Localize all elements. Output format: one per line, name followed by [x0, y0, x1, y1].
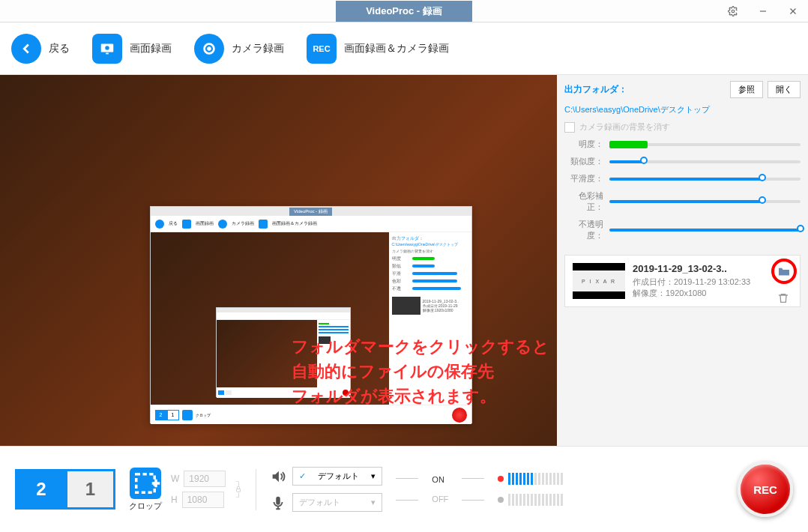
monitor-1[interactable]: 1	[65, 471, 113, 507]
width-input[interactable]	[184, 471, 226, 487]
rec-badge-text: REC	[313, 44, 330, 53]
annotation-line-2: 自動的にファイルの保存先	[292, 359, 549, 384]
nested-both-icon	[259, 220, 268, 229]
speaker-icon	[270, 468, 286, 485]
height-label: H	[171, 495, 178, 505]
nested-camera-icon	[218, 220, 227, 229]
both-record-label: 画面録画＆カメラ録画	[344, 42, 449, 55]
file-resolution: 解像度：1920x1080	[633, 288, 792, 299]
titlebar-controls	[718, 0, 808, 22]
mic-row: デフォルト▾	[270, 493, 382, 512]
sidebar: 出力フォルダ： 参照 開く C:\Users\easyg\OneDrive\デス…	[557, 75, 808, 446]
nested-camera-label: カメラ録画	[232, 220, 254, 227]
connector-line	[462, 500, 484, 501]
folder-icon	[777, 266, 791, 276]
nested-title: VideoProc - 録画	[289, 208, 332, 216]
file-card[interactable]: P I X A R 2019-11-29_13-02-3.. 作成日付：2019…	[564, 255, 801, 307]
speaker-select[interactable]: デフォルト▾	[292, 467, 382, 486]
aspect-lock[interactable]: ┐ ┘	[235, 477, 242, 501]
brightness-label: 明度：	[564, 139, 603, 150]
nested-crop-icon	[182, 410, 193, 420]
speaker-value: デフォルト	[318, 471, 359, 482]
settings-button[interactable]	[718, 0, 748, 22]
crop-icon	[130, 468, 161, 499]
screen-record-button[interactable]: 画面録画	[92, 34, 172, 64]
back-button[interactable]: 戻る	[11, 34, 70, 64]
nested-screen-icon	[182, 220, 191, 229]
file-name: 2019-11-29_13-02-3..	[633, 263, 792, 274]
camera-record-label: カメラ録画	[232, 42, 284, 55]
nested-both-label: 画面録画＆カメラ録画	[272, 220, 317, 227]
nested-back-icon	[155, 220, 164, 229]
annotation-overlay: フォルダマークをクリックすると 自動的にファイルの保存先 フォルダが表示されます…	[292, 334, 549, 408]
nested-monitor-1: 1	[167, 410, 179, 420]
browse-button[interactable]: 参照	[730, 81, 763, 98]
open-folder-button[interactable]	[771, 259, 797, 284]
open-button[interactable]: 開く	[768, 81, 801, 98]
mic-level	[498, 494, 563, 506]
both-record-button[interactable]: REC 画面録画＆カメラ録画	[307, 34, 449, 64]
output-folder-buttons: 参照 開く	[730, 81, 801, 98]
brightness-slider[interactable]: 明度：	[564, 139, 801, 150]
gear-icon	[728, 6, 738, 16]
svg-rect-13	[277, 496, 281, 504]
connector-line	[462, 478, 484, 479]
crop-group: クロップ W H ┐ ┘	[129, 468, 242, 512]
color-correction-slider[interactable]: 色彩補正：	[564, 190, 801, 213]
output-path: C:\Users\easyg\OneDrive\デスクトップ	[564, 104, 801, 115]
smoothness-slider[interactable]: 平滑度：	[564, 173, 801, 184]
width-label: W	[171, 474, 179, 484]
monitor-selector[interactable]: 2 1	[15, 469, 115, 510]
mic-select[interactable]: デフォルト▾	[292, 493, 382, 512]
mic-value: デフォルト	[299, 497, 340, 508]
nested-screen-label: 画面録画	[196, 220, 214, 227]
titlebar: VideoProc - 録画	[0, 0, 808, 22]
output-folder-row: 出力フォルダ： 参照 開く	[564, 81, 801, 98]
similarity-slider[interactable]: 類似度：	[564, 156, 801, 167]
audio-levels	[498, 473, 563, 506]
onoff-group: ON OFF	[432, 475, 448, 504]
nested-titlebar: VideoProc - 録画	[151, 207, 471, 216]
connector-line	[396, 478, 418, 479]
hide-bg-label: カメラ録画の背景を消す	[579, 121, 670, 133]
file-thumbnail: P I X A R	[573, 263, 625, 299]
thumb-text: P I X A R	[582, 279, 616, 284]
opacity-label: 不透明度：	[564, 219, 603, 241]
level-indicator-icon	[498, 476, 504, 482]
rec-badge-icon: REC	[307, 34, 337, 64]
svg-point-0	[732, 10, 735, 13]
monitor-icon	[92, 34, 122, 64]
crop-label: クロップ	[129, 501, 162, 512]
preview-pane: VideoProc - 録画 戻る 画面録画 カメラ録画 画面録画＆カメラ録画	[0, 75, 557, 446]
lock-icon	[235, 486, 242, 493]
mic-icon	[270, 495, 286, 511]
audio-group: デフォルト▾ デフォルト▾	[270, 467, 382, 512]
close-button[interactable]	[778, 0, 808, 22]
minimize-icon	[758, 6, 768, 16]
svg-rect-12	[237, 489, 241, 492]
crop-button[interactable]: クロップ	[129, 468, 162, 512]
nested-monitor-select: 2 1	[155, 410, 179, 420]
camera-record-button[interactable]: カメラ録画	[194, 34, 284, 64]
height-input[interactable]	[182, 492, 224, 508]
minimize-button[interactable]	[748, 0, 778, 22]
svg-point-8	[207, 46, 211, 51]
back-label: 戻る	[49, 42, 70, 55]
dimensions: W H	[171, 471, 226, 508]
record-button-label: REC	[753, 483, 777, 496]
camera-icon	[194, 34, 224, 64]
similarity-label: 類似度：	[564, 156, 603, 167]
delete-button[interactable]	[777, 291, 789, 305]
hide-bg-checkbox-row[interactable]: カメラ録画の背景を消す	[564, 121, 801, 133]
speaker-row: デフォルト▾	[270, 467, 382, 486]
svg-point-5	[105, 46, 109, 50]
svg-rect-6	[106, 52, 109, 54]
svg-rect-9	[136, 474, 155, 492]
opacity-slider[interactable]: 不透明度：	[564, 219, 801, 241]
file-info: 2019-11-29_13-02-3.. 作成日付：2019-11-29 13:…	[633, 263, 792, 299]
nested-monitor-2: 2	[155, 410, 167, 420]
monitor-2[interactable]: 2	[17, 471, 65, 507]
annotation-line-1: フォルダマークをクリックすると	[292, 334, 549, 359]
smoothness-label: 平滑度：	[564, 173, 603, 184]
record-button[interactable]: REC	[738, 462, 793, 517]
